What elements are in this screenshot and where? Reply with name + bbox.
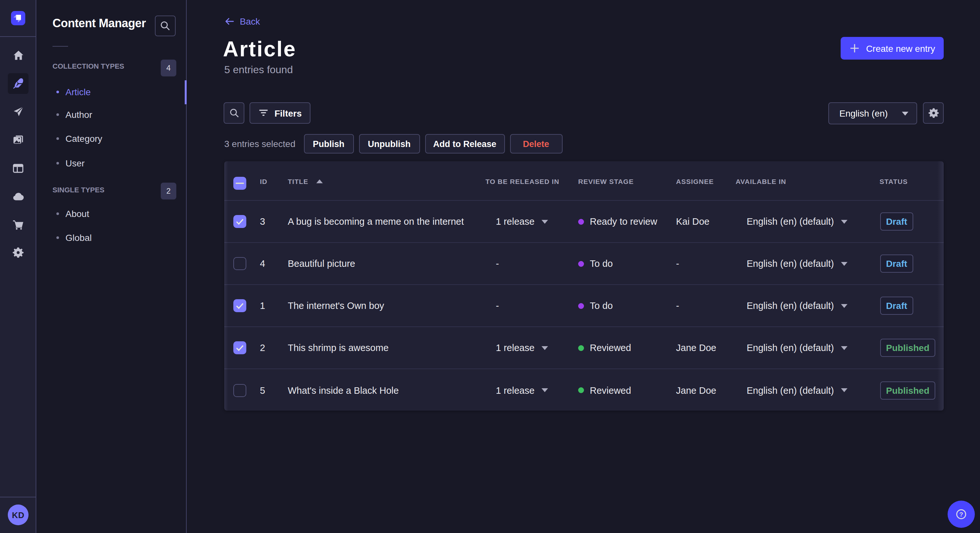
svg-text:?: ? [959,511,963,518]
